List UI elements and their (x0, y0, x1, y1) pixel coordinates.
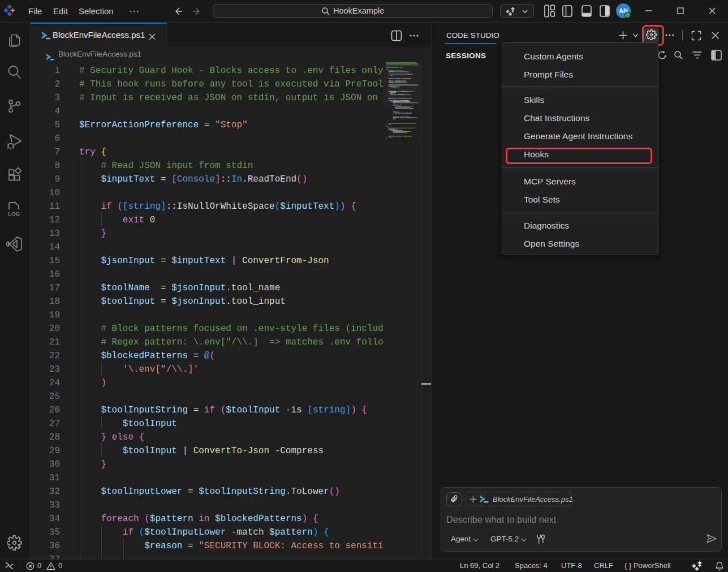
svg-text:LOG: LOG (8, 210, 20, 217)
